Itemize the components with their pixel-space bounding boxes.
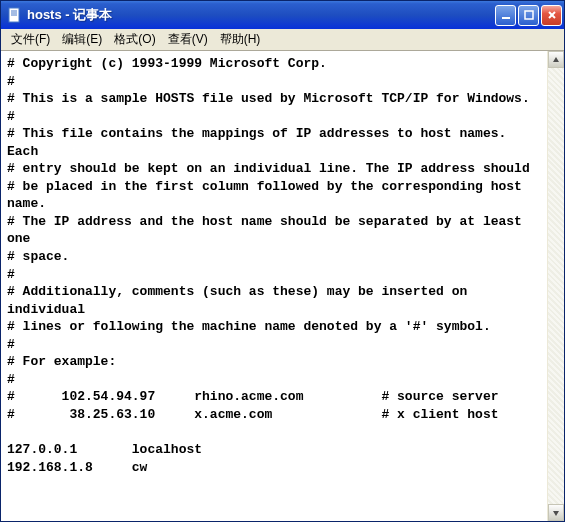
menu-format[interactable]: 格式(O) [108,29,161,50]
svg-rect-4 [502,17,510,19]
titlebar[interactable]: hosts - 记事本 [1,1,564,29]
menubar: 文件(F) 编辑(E) 格式(O) 查看(V) 帮助(H) [1,29,564,51]
close-button[interactable] [541,5,562,26]
editor-area: # Copyright (c) 1993-1999 Microsoft Corp… [1,51,564,521]
svg-rect-5 [525,11,533,19]
window-controls [495,5,562,26]
menu-file[interactable]: 文件(F) [5,29,56,50]
vertical-scrollbar[interactable] [547,51,564,521]
maximize-button[interactable] [518,5,539,26]
menu-edit[interactable]: 编辑(E) [56,29,108,50]
text-editor[interactable]: # Copyright (c) 1993-1999 Microsoft Corp… [1,51,547,521]
scroll-down-button[interactable] [548,504,564,521]
notepad-window: hosts - 记事本 文件(F) 编辑(E) 格式(O) 查看(V) 帮助(H… [0,0,565,522]
scroll-up-button[interactable] [548,51,564,68]
minimize-button[interactable] [495,5,516,26]
scroll-track[interactable] [548,68,564,504]
app-icon [7,7,23,23]
svg-marker-9 [553,511,559,516]
menu-view[interactable]: 查看(V) [162,29,214,50]
window-title: hosts - 记事本 [27,6,495,24]
svg-marker-8 [553,57,559,62]
menu-help[interactable]: 帮助(H) [214,29,267,50]
